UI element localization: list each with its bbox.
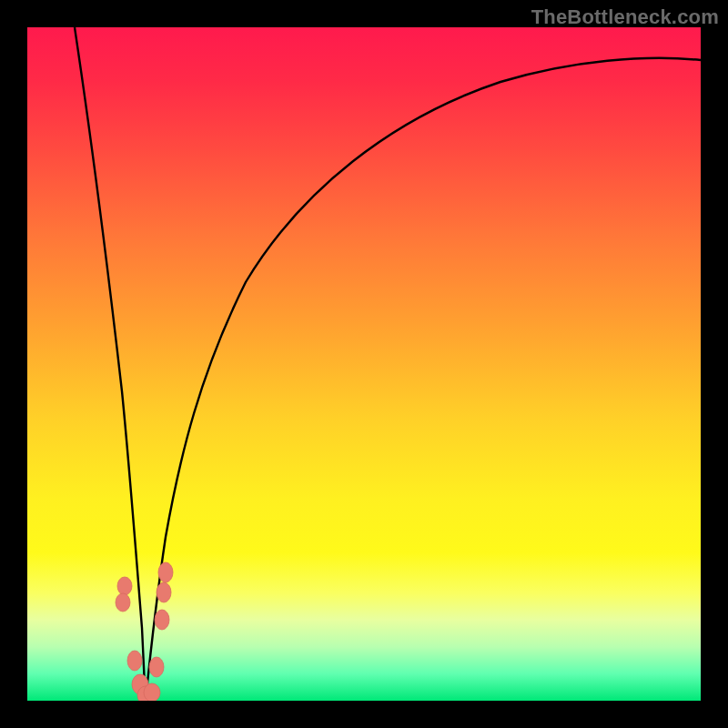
marker-dot [157,582,171,602]
right-branch-path [146,58,701,701]
marker-dot [144,683,160,701]
plot-area [27,27,701,701]
left-branch-path [75,27,146,701]
curve-overlay [27,27,701,701]
marker-dot [127,651,142,671]
chart-frame: TheBottleneck.com [0,0,728,728]
watermark-text: TheBottleneck.com [531,5,719,29]
marker-dot [149,657,164,677]
marker-dot [117,577,132,595]
marker-dot [155,610,169,630]
marker-group [116,562,173,701]
marker-dot [116,593,130,612]
marker-dot [158,562,173,582]
